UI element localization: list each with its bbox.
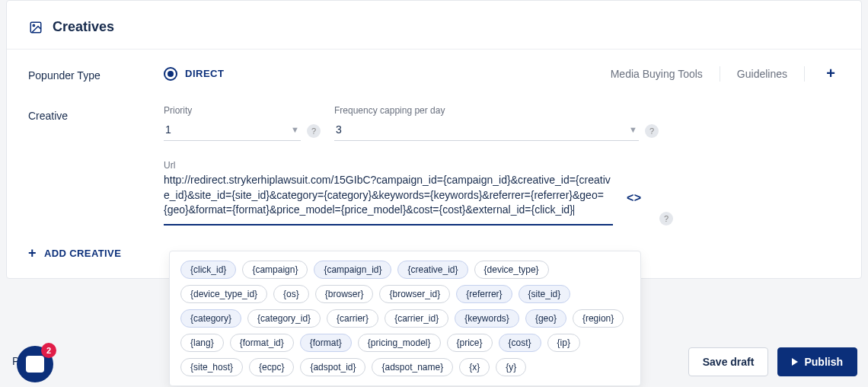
macro-tag[interactable]: {pricing_model} [358, 334, 441, 352]
chat-badge: 2 [41, 343, 56, 358]
macro-tag[interactable]: {lang} [180, 334, 224, 352]
macro-tag[interactable]: {carrier} [327, 309, 378, 328]
card-title: Creatives [53, 19, 114, 35]
macro-tag[interactable]: {category} [180, 309, 241, 328]
url-label: Url [164, 160, 175, 171]
macro-tag[interactable]: {category_id} [247, 309, 321, 328]
macro-tag[interactable]: {keywords} [455, 309, 519, 328]
divider [720, 66, 720, 82]
guidelines-link[interactable]: Guidelines [737, 68, 787, 80]
macro-tag[interactable]: {price} [447, 334, 493, 352]
image-icon [28, 20, 43, 35]
publish-button[interactable]: Publish [777, 347, 857, 376]
url-macro-dropdown: {click_id}{campaign}{campaign_id}{creati… [169, 251, 641, 386]
popunder-direct-radio[interactable]: DIRECT [164, 67, 224, 81]
freq-label: Frequency capping per day [334, 105, 639, 116]
macro-tag[interactable]: {browser} [315, 285, 374, 303]
macro-tag[interactable]: {region} [573, 309, 624, 328]
creatives-card: Creatives Popunder Type DIRECT Media Buy… [6, 0, 862, 279]
freq-value: 3 [336, 123, 342, 136]
macro-tag[interactable]: {ip} [547, 334, 580, 352]
media-buying-link[interactable]: Media Buying Tools [611, 68, 703, 80]
add-popunder-button[interactable]: + [822, 65, 840, 82]
popunder-direct-label: DIRECT [185, 68, 224, 79]
priority-select[interactable]: 1 ▼ [164, 120, 301, 141]
priority-value: 1 [165, 123, 171, 136]
macro-tag[interactable]: {browser_id} [379, 285, 450, 303]
macro-tag[interactable]: {geo} [525, 309, 566, 328]
footer-actions: Save draft Publish [688, 347, 857, 376]
macro-tag[interactable]: {os} [273, 285, 309, 303]
popunder-label: Popunder Type [28, 65, 164, 82]
svg-point-1 [33, 24, 34, 26]
macro-tag[interactable]: {y} [496, 358, 526, 376]
macro-tag[interactable]: {referrer} [456, 285, 512, 303]
macro-tag[interactable]: {x} [459, 358, 490, 376]
macro-tag[interactable]: {ecpc} [249, 358, 294, 376]
macro-tag[interactable]: {device_type_id} [180, 285, 267, 303]
macro-tag[interactable]: {click_id} [180, 261, 236, 279]
save-draft-button[interactable]: Save draft [688, 347, 769, 376]
macro-tag[interactable]: {site_host} [180, 358, 243, 376]
priority-label: Priority [164, 105, 301, 116]
radio-dot-icon [164, 67, 177, 81]
creative-row: Creative Priority 1 ▼ ? Frequency cappin [7, 82, 861, 225]
header-right-links: Media Buying Tools Guidelines + [611, 65, 840, 82]
popunder-row: Popunder Type DIRECT Media Buying Tools … [7, 50, 861, 82]
freq-help-icon[interactable]: ? [645, 124, 659, 138]
macro-tag[interactable]: {campaign_id} [314, 261, 391, 279]
url-help-icon[interactable]: ? [659, 212, 673, 225]
plus-icon: + [28, 245, 37, 261]
macro-tag[interactable]: {campaign} [242, 261, 308, 279]
macro-tag[interactable]: {cost} [499, 334, 541, 352]
macro-tag[interactable]: {format_id} [230, 334, 294, 352]
macro-tag[interactable]: {carrier_id} [385, 309, 448, 328]
add-creative-label: ADD CREATIVE [44, 248, 121, 259]
freq-select[interactable]: 3 ▼ [334, 120, 639, 141]
chevron-down-icon: ▼ [629, 125, 637, 134]
macro-tag[interactable]: {site_id} [519, 285, 571, 303]
macro-tag[interactable]: {adspot_name} [372, 358, 453, 376]
play-icon [792, 358, 798, 366]
chat-widget[interactable]: 2 [17, 346, 53, 382]
chevron-down-icon: ▼ [291, 125, 299, 134]
macro-tag[interactable]: {device_type} [474, 261, 549, 279]
url-input[interactable]: http://redirect.strykerhiplawsuit.com/15… [164, 171, 613, 225]
creative-label: Creative [28, 105, 164, 122]
divider [804, 66, 805, 82]
macro-tag[interactable]: {format} [300, 334, 352, 352]
priority-help-icon[interactable]: ? [307, 124, 321, 138]
card-header: Creatives [7, 1, 861, 49]
text-cursor [573, 205, 574, 216]
chat-icon [26, 356, 44, 373]
macro-tag[interactable]: {adspot_id} [300, 358, 365, 376]
macro-tag[interactable]: {creative_id} [397, 261, 468, 279]
code-icon[interactable]: < > [627, 191, 640, 205]
